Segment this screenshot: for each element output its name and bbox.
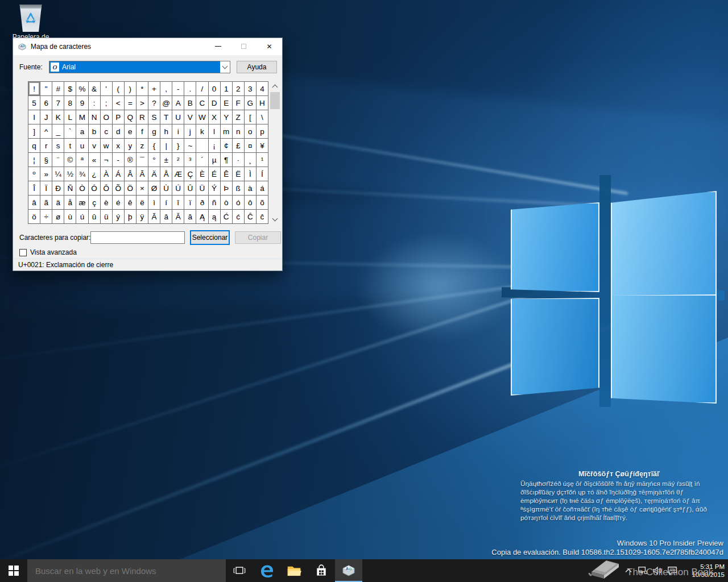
grid-scrollbar[interactable] [270, 81, 280, 224]
char-cell[interactable]: © [64, 153, 76, 167]
char-cell[interactable]: L [64, 110, 76, 124]
char-cell[interactable]: § [40, 153, 52, 167]
char-cell[interactable]: ¦ [28, 153, 40, 167]
char-cell[interactable]: î [172, 196, 184, 209]
char-cell[interactable]: ² [172, 153, 184, 167]
char-cell[interactable]: Ì [245, 167, 256, 181]
char-cell[interactable]: P [113, 110, 124, 124]
char-cell[interactable]: O [101, 110, 112, 124]
char-cell[interactable]: [ [245, 110, 256, 124]
char-cell[interactable]: T [160, 110, 172, 124]
taskbar-clock[interactable]: 5:31 PM 10/30/2015 [692, 559, 725, 582]
char-cell[interactable]: ć [233, 210, 244, 223]
char-cell[interactable]: æ [76, 196, 88, 209]
char-cell[interactable]: h [160, 124, 172, 138]
char-cell[interactable]: ö [28, 210, 40, 223]
char-cell[interactable]: Ø [148, 181, 160, 195]
char-cell[interactable]: ô [245, 196, 256, 209]
char-cell[interactable]: u [76, 139, 88, 152]
char-cell[interactable]: W [196, 110, 208, 124]
char-cell[interactable]: Î [28, 181, 40, 195]
help-button[interactable]: Ayuda [237, 61, 277, 73]
minimize-button[interactable] [205, 38, 231, 55]
char-cell[interactable]: 4 [257, 82, 268, 95]
char-cell[interactable]: q [28, 139, 40, 152]
char-cell[interactable]: ¨ [52, 153, 64, 167]
char-cell[interactable]: ? [148, 96, 160, 110]
char-cell[interactable]: ð [196, 196, 208, 209]
char-cell[interactable]: N [89, 110, 100, 124]
char-cell[interactable]: ; [101, 96, 112, 110]
char-cell[interactable]: ° [148, 153, 160, 167]
char-cell[interactable]: y [125, 139, 136, 152]
char-cell[interactable]: Ç [184, 167, 196, 181]
char-cell[interactable]: Ñ [64, 181, 76, 195]
char-cell[interactable]: G [245, 96, 256, 110]
char-cell[interactable]: Ĉ [245, 210, 256, 223]
char-cell[interactable]: d [113, 124, 124, 138]
dropdown-button[interactable] [220, 61, 230, 73]
char-cell[interactable]: & [89, 82, 100, 95]
char-cell[interactable]: ÷ [40, 210, 52, 223]
char-cell[interactable]: A [172, 96, 184, 110]
char-cell[interactable]: ù [64, 210, 76, 223]
char-cell[interactable]: p [257, 124, 268, 138]
font-dropdown[interactable]: O Arial [49, 61, 230, 73]
select-button[interactable]: Seleccionar [190, 230, 230, 245]
char-cell[interactable]: g [148, 124, 160, 138]
char-cell[interactable]: U [172, 110, 184, 124]
char-cell[interactable]: Í [257, 167, 268, 181]
char-cell[interactable]: 0 [209, 82, 220, 95]
char-cell[interactable]: t [64, 139, 76, 152]
char-cell[interactable]: ¾ [76, 167, 88, 181]
char-cell[interactable]: r [40, 139, 52, 152]
char-cell[interactable]: o [245, 124, 256, 138]
char-cell[interactable]: V [184, 110, 196, 124]
char-cell[interactable]: D [209, 96, 220, 110]
char-cell[interactable]: : [89, 96, 100, 110]
char-cell[interactable]: ÿ [136, 210, 148, 223]
char-cell[interactable]: ï [184, 196, 196, 209]
char-cell[interactable]: Ô [101, 181, 112, 195]
char-cell[interactable]: ā [160, 210, 172, 223]
char-cell[interactable]: ü [101, 210, 112, 223]
char-cell[interactable]: é [113, 196, 124, 209]
char-cell[interactable]: 1 [221, 82, 232, 95]
char-cell[interactable]: Å [160, 167, 172, 181]
char-cell[interactable]: . [184, 82, 196, 95]
char-cell[interactable]: z [136, 139, 148, 152]
start-button[interactable] [0, 559, 27, 582]
char-cell[interactable]: Û [184, 181, 196, 195]
char-cell[interactable]: ä [52, 196, 64, 209]
char-cell[interactable]: m [221, 124, 232, 138]
char-cell[interactable]: Ú [172, 181, 184, 195]
search-input[interactable] [27, 566, 226, 576]
char-cell[interactable]: I [28, 110, 40, 124]
char-cell[interactable]: µ [209, 153, 220, 167]
char-cell[interactable]: ¿ [89, 167, 100, 181]
char-cell[interactable]: ì [148, 196, 160, 209]
char-cell[interactable]: Ö [125, 181, 136, 195]
char-cell[interactable]: 2 [233, 82, 244, 95]
char-cell[interactable]: Ò [76, 181, 88, 195]
action-center-tray-icon[interactable] [665, 559, 680, 582]
char-cell[interactable]: ^ [40, 124, 52, 138]
char-cell[interactable]: £ [233, 139, 244, 152]
char-cell[interactable]: ! [28, 82, 40, 95]
char-cell[interactable]: K [52, 110, 64, 124]
char-cell[interactable]: n [233, 124, 244, 138]
char-cell[interactable]: â [28, 196, 40, 209]
char-cell[interactable]: _ [52, 124, 64, 138]
char-cell[interactable]: i [172, 124, 184, 138]
char-cell[interactable]: } [172, 139, 184, 152]
store-button[interactable] [308, 559, 335, 582]
char-cell[interactable]: Ê [221, 167, 232, 181]
char-cell[interactable]: j [184, 124, 196, 138]
char-cell[interactable]: ó [233, 196, 244, 209]
char-cell[interactable]: ~ [184, 139, 196, 152]
char-cell[interactable]: b [89, 124, 100, 138]
char-cell[interactable]: $ [64, 82, 76, 95]
char-cell[interactable]: þ [125, 210, 136, 223]
char-cell[interactable]: ® [125, 153, 136, 167]
char-cell[interactable]: , [160, 82, 172, 95]
